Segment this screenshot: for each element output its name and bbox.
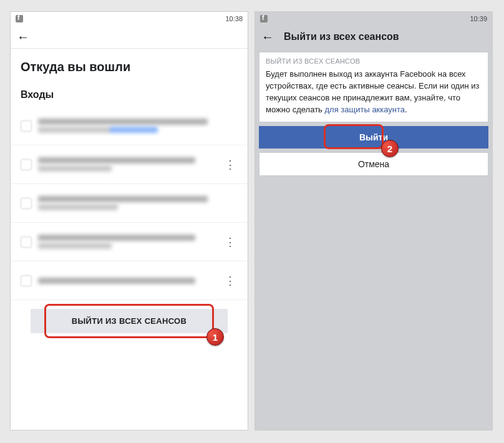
header: ← Выйти из всех сеансов	[255, 26, 492, 48]
session-text	[38, 194, 238, 212]
confirm-card: ВЫЙТИ ИЗ ВСЕХ СЕАНСОВ Будет выполнен вых…	[259, 52, 488, 122]
logout-all-button[interactable]: ВЫЙТИ ИЗ ВСЕХ СЕАНСОВ	[31, 309, 228, 333]
status-time: 10:39	[470, 15, 487, 22]
status-bar: 10:38	[11, 12, 248, 26]
more-icon[interactable]: ⋮	[223, 274, 238, 288]
session-text	[38, 276, 223, 286]
cancel-button[interactable]: Отмена	[259, 152, 488, 176]
card-text-end: .	[405, 105, 407, 114]
list-item[interactable]: ⋮	[11, 261, 248, 300]
list-item[interactable]: ⋮	[11, 145, 248, 184]
session-list: ⋮ ⋮ ⋮	[11, 107, 248, 300]
page-title: Откуда вы вошли	[21, 60, 238, 74]
phone-left: 10:38 ← Откуда вы вошли Входы ⋮	[10, 11, 248, 431]
list-item[interactable]	[11, 107, 248, 145]
status-bar: 10:39	[255, 12, 492, 26]
logout-button[interactable]: Выйти	[259, 126, 488, 148]
device-icon	[21, 275, 32, 286]
session-text	[38, 155, 223, 173]
status-time: 10:38	[225, 15, 243, 22]
back-arrow-icon[interactable]: ←	[17, 31, 29, 43]
card-header: ВЫЙТИ ИЗ ВСЕХ СЕАНСОВ	[259, 52, 488, 69]
header: ←	[11, 26, 248, 49]
button-row: Выйти 2 Отмена	[259, 126, 488, 176]
logout-all-container: ВЫЙТИ ИЗ ВСЕХ СЕАНСОВ 1	[21, 300, 238, 342]
back-arrow-icon[interactable]: ←	[261, 31, 274, 43]
content-left: Откуда вы вошли Входы ⋮	[11, 49, 248, 430]
list-item[interactable]	[11, 184, 248, 223]
annotation-badge: 1	[206, 328, 224, 346]
section-title: Входы	[21, 89, 238, 100]
header-title: Выйти из всех сеансов	[284, 31, 399, 42]
more-icon[interactable]: ⋮	[223, 235, 238, 249]
facebook-icon	[16, 15, 23, 22]
device-icon	[21, 198, 32, 209]
more-icon[interactable]: ⋮	[223, 158, 238, 172]
card-body: Будет выполнен выход из аккаунта Faceboo…	[259, 69, 488, 122]
facebook-icon	[260, 15, 268, 22]
protect-account-link[interactable]: для защиты аккаунта	[325, 105, 405, 114]
phone-right: 10:39 ← Выйти из всех сеансов ВЫЙТИ ИЗ В…	[254, 11, 493, 431]
list-item[interactable]: ⋮	[11, 223, 248, 261]
device-icon	[21, 236, 32, 248]
device-icon	[21, 120, 32, 132]
session-text	[38, 233, 223, 251]
session-text	[38, 117, 238, 135]
device-icon	[21, 159, 32, 170]
